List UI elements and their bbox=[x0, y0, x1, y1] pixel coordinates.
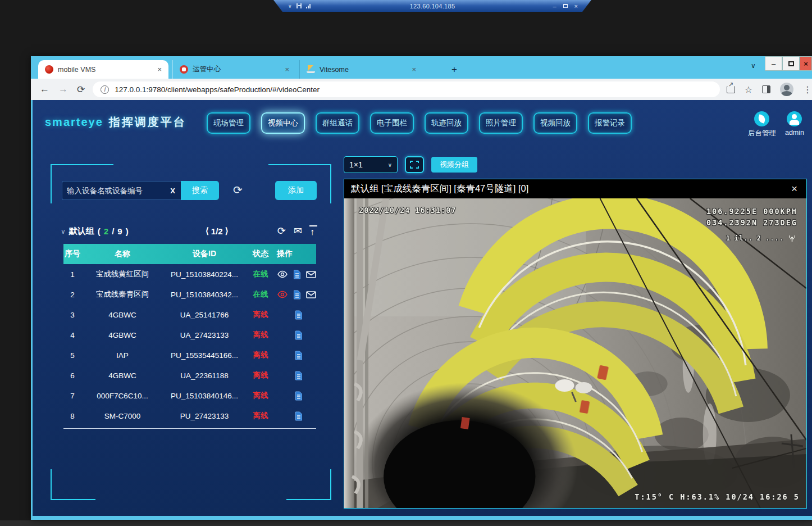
search-button[interactable]: 搜索 bbox=[181, 181, 219, 200]
nav-geofence[interactable]: 电子围栏 bbox=[370, 112, 414, 134]
group-header[interactable]: ∨ 默认组 ( 2 / 9 ) bbox=[61, 226, 129, 237]
side-panel-icon[interactable] bbox=[762, 85, 770, 93]
tab-close-icon[interactable]: × bbox=[157, 65, 162, 74]
table-row[interactable]: 2 宝成线秦青区间 PU_15103840342... 在线 bbox=[63, 284, 316, 305]
table-header: 序号 名称 设备ID 状态 操作 bbox=[63, 244, 316, 264]
back-button[interactable]: ← bbox=[40, 84, 49, 95]
user-account[interactable]: admin bbox=[785, 111, 804, 138]
window-minimize-button[interactable]: – bbox=[765, 56, 782, 71]
table-row[interactable]: 7 000F7C6C10... PU_15103840146... 离线 bbox=[63, 386, 316, 406]
detail-doc-icon[interactable] bbox=[293, 350, 304, 360]
tab-title: 运管中心 bbox=[193, 65, 221, 74]
device-table: 序号 名称 设备ID 状态 操作 1 宝成线黄红区间 PU_1510384022… bbox=[63, 244, 316, 426]
user-avatar-icon bbox=[787, 111, 802, 126]
view-eye-icon-active[interactable] bbox=[277, 289, 288, 300]
rdp-pin-icon[interactable] bbox=[296, 3, 302, 8]
detail-doc-icon[interactable] bbox=[293, 330, 304, 340]
clear-search-button[interactable]: X bbox=[169, 187, 176, 195]
tab-vitesome[interactable]: Vitesome × bbox=[299, 60, 423, 79]
group-total-count: 9 bbox=[117, 226, 122, 236]
video-frame[interactable]: 2022/10/24 16:31:07 106.9225E 000KPH 034… bbox=[344, 198, 806, 508]
table-row[interactable]: 3 4GBWC UA_25141766 离线 bbox=[63, 305, 316, 325]
mail-icon[interactable] bbox=[306, 289, 316, 300]
mail-icon[interactable] bbox=[306, 269, 316, 279]
close-video-icon[interactable]: × bbox=[789, 183, 800, 195]
reload-button[interactable]: ⟳ bbox=[77, 84, 85, 96]
grid-layout-select[interactable]: 1×1 ∨ bbox=[344, 156, 398, 173]
tab-favicon bbox=[307, 65, 315, 74]
new-tab-button[interactable]: + bbox=[448, 63, 461, 76]
tab-favicon bbox=[45, 65, 53, 74]
group-name: 默认组 bbox=[69, 226, 94, 237]
group-online-count: 2 bbox=[104, 226, 108, 236]
rdp-address: 123.60.104.185 bbox=[273, 3, 591, 10]
nav-group-call[interactable]: 群组通话 bbox=[316, 112, 359, 134]
tab-favicon bbox=[180, 65, 188, 74]
group-refresh-icon[interactable]: ⟳ bbox=[277, 225, 286, 237]
rdp-close-button[interactable]: × bbox=[574, 3, 578, 10]
status-badge: 离线 bbox=[245, 330, 276, 340]
status-badge: 离线 bbox=[245, 350, 276, 360]
rdp-connection-bar[interactable]: ∨ 123.60.104.185 – × bbox=[273, 0, 591, 12]
table-row[interactable]: 5 IAP PU_15535445166... 离线 bbox=[63, 345, 316, 365]
browser-window: mobile VMS × 运管中心 × Vitesome × + ∨ – × bbox=[31, 56, 812, 520]
browser-menu-icon[interactable]: ⋮ bbox=[803, 84, 812, 95]
grid-layout-value: 1×1 bbox=[349, 160, 363, 169]
profile-avatar[interactable] bbox=[780, 83, 793, 96]
table-row[interactable]: 1 宝成线黄红区间 PU_15103840224... 在线 bbox=[63, 264, 316, 284]
rdp-restore-button[interactable] bbox=[563, 4, 568, 8]
device-search-input[interactable] bbox=[67, 187, 169, 195]
group-collapse-icon[interactable]: ∨ bbox=[61, 228, 66, 235]
backend-label: 后台管理 bbox=[748, 129, 776, 138]
nav-site-management[interactable]: 现场管理 bbox=[207, 112, 250, 134]
detail-doc-icon[interactable] bbox=[293, 391, 304, 401]
tab-mobile-vms[interactable]: mobile VMS × bbox=[38, 60, 168, 79]
tab-close-icon[interactable]: × bbox=[412, 65, 416, 74]
status-badge: 离线 bbox=[245, 310, 276, 320]
detail-doc-icon[interactable] bbox=[293, 370, 304, 380]
brand-cn: 指挥调度平台 bbox=[109, 116, 186, 128]
add-device-button[interactable]: 添加 bbox=[275, 181, 317, 200]
forward-button[interactable]: → bbox=[58, 84, 68, 95]
backend-management[interactable]: 后台管理 bbox=[748, 111, 776, 138]
bookmark-star-icon[interactable]: ☆ bbox=[745, 84, 752, 95]
rdp-minimize-button[interactable]: – bbox=[553, 3, 556, 10]
back-to-top-icon[interactable]: ↑ bbox=[310, 225, 314, 237]
detail-doc-icon[interactable] bbox=[293, 411, 304, 421]
window-maximize-button[interactable] bbox=[782, 56, 800, 71]
address-bar[interactable]: i 127.0.0.1:9780/client/webapps/safeProd… bbox=[93, 81, 719, 97]
tab-title: mobile VMS bbox=[58, 66, 95, 74]
video-group-button[interactable]: 视频分组 bbox=[431, 157, 477, 173]
table-row[interactable]: 8 SM-C7000 PU_27423133 离线 bbox=[63, 406, 316, 426]
detail-doc-icon[interactable] bbox=[293, 289, 301, 300]
nav-video-center[interactable]: 视频中心 bbox=[261, 112, 305, 134]
site-info-icon[interactable]: i bbox=[101, 85, 109, 94]
nav-photo-management[interactable]: 照片管理 bbox=[479, 112, 523, 134]
detail-doc-icon[interactable] bbox=[293, 310, 304, 320]
rdp-chevron-down-icon[interactable]: ∨ bbox=[288, 3, 292, 9]
fullscreen-button[interactable] bbox=[405, 156, 424, 173]
nav-alarm-records[interactable]: 报警记录 bbox=[588, 112, 632, 134]
backend-icon bbox=[754, 111, 769, 126]
share-icon[interactable] bbox=[727, 86, 735, 93]
view-eye-icon[interactable] bbox=[277, 269, 288, 279]
page-next-button[interactable]: ⟩ bbox=[225, 226, 229, 236]
tab-yunguan[interactable]: 运管中心 × bbox=[172, 60, 296, 79]
nav-video-playback[interactable]: 视频回放 bbox=[533, 112, 577, 134]
app-logo: smarteye指挥调度平台 bbox=[45, 115, 186, 130]
group-mail-icon[interactable]: ✉ bbox=[294, 225, 302, 237]
detail-doc-icon[interactable] bbox=[293, 269, 301, 279]
table-row[interactable]: 6 4GBWC UA_22361188 离线 bbox=[63, 365, 316, 386]
tab-title: Vitesome bbox=[320, 66, 349, 74]
device-search-box[interactable]: X bbox=[62, 181, 181, 200]
tab-search-chevron-icon[interactable]: ∨ bbox=[751, 62, 756, 70]
tab-close-icon[interactable]: × bbox=[285, 65, 289, 74]
refresh-devices-icon[interactable]: ⟳ bbox=[233, 183, 243, 197]
status-badge: 离线 bbox=[245, 391, 276, 401]
panel-corner bbox=[286, 469, 331, 500]
nav-track-playback[interactable]: 轨迹回放 bbox=[425, 112, 468, 134]
page-prev-button[interactable]: ⟨ bbox=[206, 226, 209, 236]
video-title-bar: 默认组 [宝成线秦青区间] [秦青47号隧道] [0] × bbox=[344, 179, 806, 198]
window-close-button[interactable]: × bbox=[800, 56, 812, 71]
table-row[interactable]: 4 4GBWC UA_27423133 离线 bbox=[63, 325, 316, 345]
